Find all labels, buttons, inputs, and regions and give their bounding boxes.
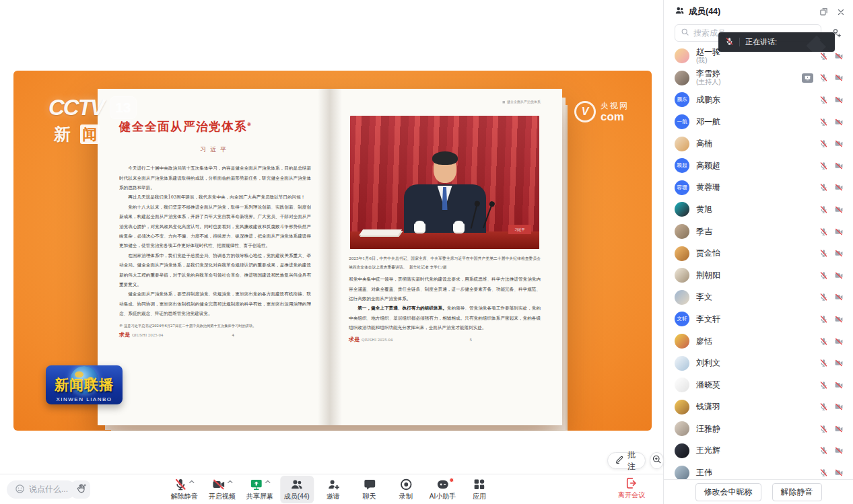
channel-word-xin: 新 [54,123,71,145]
mic-muted-icon [819,337,828,346]
member-row[interactable]: 荆朝阳 [664,264,853,287]
toolbar-button-chat[interactable]: 聊天 [353,476,386,503]
member-row[interactable]: 贾金怡 [664,242,853,264]
toolbar-button-record[interactable]: 录制 [389,476,423,503]
mic-muted-icon [819,205,828,214]
member-avatar [675,290,689,305]
article-paragraph: 第一，健全上下贯通、执行有力的组织体系。党的领导、管党治党各项工作要落到实处，党… [349,303,541,332]
toolbar-button-start-video[interactable]: 开启视频 [205,476,240,503]
camera-off-icon [834,271,844,280]
member-name: 王光辉 [696,446,819,455]
zoom-in-button[interactable] [650,452,664,469]
member-name: 季吉 [696,227,819,236]
member-avatar [675,71,689,85]
member-row[interactable]: 一航邓一航 [664,111,853,133]
member-row[interactable]: 潘晓英 [664,374,853,396]
mic-muted-icon [819,96,828,104]
toolbar-button-label: 录制 [399,492,413,501]
toolbar-button-unmute[interactable]: 解除静音 [167,476,202,503]
member-name: 潘晓英 [696,381,819,390]
member-row[interactable]: 王光辉 [664,440,853,462]
raise-hand-button[interactable] [71,480,90,499]
member-name: 李文 [696,293,819,301]
members-panel-header: 成员(44) [664,0,853,20]
member-name: 汪雅静 [696,425,819,433]
speaking-toast-label: 正在讲话: [745,37,777,47]
member-avatar: 鹏东 [675,92,689,107]
article-footnote: ※ 这是习近平总书记2024年6月27日在二十届中央政治局第十五次集体学习时的讲… [119,323,311,328]
close-panel-icon[interactable] [837,8,845,16]
camera-off-icon [834,161,844,170]
mic-muted-icon [819,52,828,61]
toolbar-button-members[interactable]: 成员(44) [280,476,314,503]
member-row[interactable]: 廖恬 [664,330,853,353]
running-head: 健全全面从严治党体系 [349,100,541,104]
member-row[interactable]: 黄旭 [664,199,853,221]
member-row[interactable]: 李雪婷(主持人) [664,67,853,89]
camera-off-icon [834,52,844,61]
magazine-right-page: 健全全面从严治党体系 习近平 2025年1 [330,89,562,425]
camera-off-icon [834,402,844,411]
article-paragraph: 再过几天就是我们党103周年诞辰，我代表党中央，向全国广大共产党员致以节日的问候… [119,192,311,202]
camera-off-icon [834,315,844,324]
shared-screen-video: 健全全面从严治党体系※ 习近平 今天进行二十届中央政治局第十五次集体学习，内容是… [13,71,652,431]
camera-off-icon [834,446,844,455]
member-row[interactable]: 刘利文 [664,352,853,374]
journal-logo: 求是 [119,331,130,338]
toolbar-button-share-screen[interactable]: 共享屏幕 [242,476,277,503]
mic-muted-icon [819,271,828,280]
smiley-icon [15,484,25,496]
rename-button[interactable]: 修改会中昵称 [695,483,761,501]
photo-papers [359,229,402,236]
member-row[interactable]: 颖超高颖超 [664,155,853,177]
camera-off-icon [834,337,844,346]
member-avatar: 蓉珊 [675,180,689,195]
toolbar-button-label: 开启视频 [209,492,236,501]
member-row[interactable]: 汪雅静 [664,418,853,440]
camera-off-icon [834,205,844,214]
member-row[interactable]: 钱潇羽 [664,396,853,419]
leave-meeting-button[interactable]: 离开会议 [611,476,652,500]
quick-chat-input[interactable]: 说点什么... [7,480,76,499]
member-row[interactable]: 季吉 [664,221,853,243]
toolbar-button-invite[interactable]: 邀请 [316,476,350,503]
annotate-button[interactable]: 批注 [607,452,646,469]
program-title-en: XINWEN LIANBO [46,396,123,402]
journal-issue: QIUSHI 2025·04 [362,337,393,342]
member-avatar [675,421,689,436]
camera-off-icon [834,227,844,236]
mic-muted-icon [819,315,828,324]
member-row[interactable]: 李文 [664,287,853,309]
cctv13-logo: CCTV 13 新 闻 [48,95,137,145]
member-row[interactable]: 文轩李文轩 [664,308,853,330]
toolbar-button-label: 共享屏幕 [246,492,273,501]
member-name: 贾金怡 [696,249,819,258]
mic-muted-icon [819,73,828,82]
toolbar-button-label: 成员(44) [284,492,310,501]
member-avatar [675,48,689,63]
members-panel: 成员(44) 赵一骏(我)李雪婷(主持人)鹏东成鹏东一航邓一航高楠颖超高颖超蓉珊… [663,0,853,504]
member-name: 钱潇羽 [696,402,819,411]
member-row[interactable]: 鹏东成鹏东 [664,89,853,111]
page-footer-left: 求是 QIUSHI 2025·04 4 [119,331,311,338]
members-panel-title: 成员(44) [689,6,819,17]
members-icon [675,5,685,18]
member-row[interactable]: 王伟 [664,462,853,479]
unmute-all-button[interactable]: 解除静音 [772,483,822,501]
member-row[interactable]: 高楠 [664,133,853,155]
cctv-com-logo: V 央视网 com [574,100,629,122]
member-name: 黄蓉珊 [696,183,819,192]
cctv-com-ring-icon: V [574,101,596,122]
mic-muted-icon [819,249,828,258]
photo-teacup [453,223,465,232]
member-avatar [675,246,689,261]
toolbar-button-ai-assistant[interactable]: AI小助手 [425,476,460,503]
toolbar-button-apps[interactable]: 应用 [463,476,496,503]
member-name: 成鹏东 [696,96,819,104]
member-row[interactable]: 蓉珊黄蓉珊 [664,177,853,199]
member-avatar [675,202,689,217]
popout-panel-icon[interactable] [819,7,828,16]
member-avatar [675,377,689,392]
member-list: 赵一骏(我)李雪婷(主持人)鹏东成鹏东一航邓一航高楠颖超高颖超蓉珊黄蓉珊黄旭季吉… [664,45,853,479]
member-name: 高颖超 [696,161,819,170]
